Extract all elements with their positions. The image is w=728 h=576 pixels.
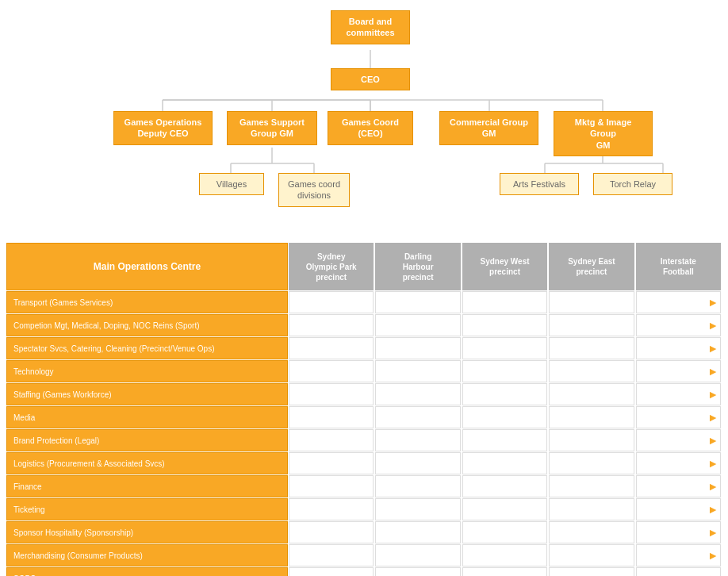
cell-6-3	[549, 429, 634, 451]
org-chart: Board and committees CEO Games Operation…	[0, 0, 728, 576]
row-11: Merchandising (Consumer Products)	[6, 544, 288, 566]
grid-section: SydneyOlympic Parkprecinct DarlingHarbou…	[288, 243, 722, 576]
arrow-right-icon: ►	[707, 411, 718, 424]
cell-9-0	[289, 498, 374, 520]
cell-11-2	[462, 544, 547, 566]
grid-row-6: ►	[288, 429, 722, 451]
l2-node-0: Games OperationsDeputy CEO	[113, 111, 213, 145]
row-3: Technology	[6, 360, 288, 382]
l2-node-3: Commercial GroupGM	[439, 111, 538, 145]
cell-8-1	[375, 475, 460, 497]
arrow-right-icon: ►	[707, 480, 718, 493]
cell-2-2	[462, 337, 547, 359]
cell-11-0	[289, 544, 374, 566]
cell-10-3	[549, 521, 634, 543]
col-0: SydneyOlympic Parkprecinct	[289, 243, 374, 290]
cell-10-0	[289, 521, 374, 543]
cell-8-4: ►	[636, 475, 721, 497]
main-ops-label: Main Operations Centre	[6, 243, 288, 290]
row-12: SOBO	[6, 567, 288, 576]
arrow-down-icon: ▼	[361, 572, 372, 576]
cell-7-1	[375, 452, 460, 474]
cell-4-4: ►	[636, 383, 721, 405]
cell-3-2	[462, 360, 547, 382]
l2-node-1: Games SupportGroup GM	[227, 111, 317, 145]
cell-5-3	[549, 406, 634, 428]
l3-torch: Torch Relay	[593, 173, 672, 195]
ceo-node: CEO	[331, 68, 410, 90]
l3-games-coord: Games coorddivisions	[278, 173, 350, 207]
grid-row-3: ►	[288, 360, 722, 382]
cell-2-0	[289, 337, 374, 359]
cell-9-3	[549, 498, 634, 520]
arrow-right-icon: ►	[707, 342, 718, 355]
cell-6-4: ►	[636, 429, 721, 451]
cell-9-4: ►	[636, 498, 721, 520]
cell-11-3	[549, 544, 634, 566]
cell-7-4: ►	[636, 452, 721, 474]
cell-6-2	[462, 429, 547, 451]
cell-10-2	[462, 521, 547, 543]
cell-7-0	[289, 452, 374, 474]
l2-node-2: Games Coord (CEO)	[328, 111, 413, 145]
cell-12-1: ▼	[375, 567, 460, 576]
board-node: Board and committees	[331, 10, 410, 44]
grid-row-5: ►	[288, 406, 722, 428]
cell-4-0	[289, 383, 374, 405]
cell-1-0	[289, 314, 374, 336]
cell-1-1	[375, 314, 460, 336]
cell-8-3	[549, 475, 634, 497]
cell-11-4: ►	[636, 544, 721, 566]
cell-4-3	[549, 383, 634, 405]
grid-row-10: ►	[288, 521, 722, 543]
row-10: Sponsor Hospitality (Sponsorship)	[6, 521, 288, 543]
cell-10-4: ►	[636, 521, 721, 543]
cell-1-2	[462, 314, 547, 336]
l2-node-4: Mktg & Image GroupGM	[554, 111, 653, 156]
arrow-down-icon: ▼	[447, 572, 458, 576]
row-labels: Main Operations Centre Transport (Games …	[6, 243, 288, 576]
grid-row-7: ►	[288, 452, 722, 474]
row-7: Logistics (Procurement & Associated Svcs…	[6, 452, 288, 474]
cell-4-1	[375, 383, 460, 405]
cell-10-1	[375, 521, 460, 543]
cell-6-0	[289, 429, 374, 451]
cell-9-1	[375, 498, 460, 520]
cell-8-0	[289, 475, 374, 497]
col-4: InterstateFootball	[636, 243, 721, 290]
row-8: Finance	[6, 475, 288, 497]
row-9: Ticketing	[6, 498, 288, 520]
cell-5-4: ►	[636, 406, 721, 428]
matrix-section: Main Operations Centre Transport (Games …	[6, 243, 722, 576]
col-2: Sydney Westprecinct	[462, 243, 547, 290]
grid-row-0: ►	[288, 291, 722, 313]
col-3: Sydney Eastprecinct	[549, 243, 634, 290]
arrow-right-icon: ►	[707, 296, 718, 309]
arrow-right-icon: ►	[707, 388, 718, 401]
grid-row-8: ►	[288, 475, 722, 497]
cell-0-3	[549, 291, 634, 313]
row-0: Transport (Games Services)	[6, 291, 288, 313]
cell-7-3	[549, 452, 634, 474]
grid-row-4: ►	[288, 383, 722, 405]
cell-5-1	[375, 406, 460, 428]
l3-villages: Villages	[199, 173, 264, 195]
cell-4-2	[462, 383, 547, 405]
l3-arts: Arts Festivals	[500, 173, 579, 195]
cell-5-2	[462, 406, 547, 428]
cell-3-1	[375, 360, 460, 382]
arrow-down-icon: ▼	[621, 572, 632, 576]
arrow-right-icon: ►	[707, 457, 718, 470]
grid-row-12: ▼ ▼ ▼ ▼ ►	[288, 567, 722, 576]
cell-8-2	[462, 475, 547, 497]
arrow-right-icon: ►	[707, 319, 718, 332]
cell-3-0	[289, 360, 374, 382]
arrow-right-icon: ►	[707, 572, 718, 576]
cell-12-2: ▼	[462, 567, 547, 576]
cell-1-4: ►	[636, 314, 721, 336]
row-6: Brand Protection (Legal)	[6, 429, 288, 451]
grid-row-11: ►	[288, 544, 722, 566]
arrow-right-icon: ►	[707, 365, 718, 378]
cell-5-0	[289, 406, 374, 428]
cell-2-1	[375, 337, 460, 359]
